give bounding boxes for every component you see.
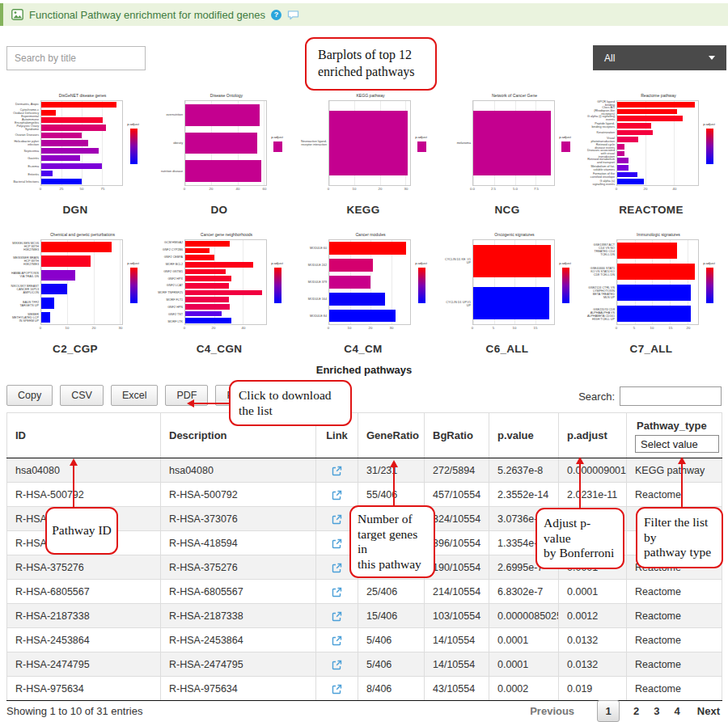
cell-description: R-HSA-373076	[161, 507, 316, 531]
cell-pathway-type: Reactome	[627, 677, 722, 701]
x-tick-label: 20	[91, 326, 95, 329]
help-icon[interactable]: ?	[271, 10, 281, 20]
barplot-c4-cgn[interactable]: Cancer gene neighborhoodsGCM HMGA2GNF2 C…	[150, 232, 288, 355]
plot-panel	[40, 239, 123, 325]
bar	[617, 306, 691, 322]
y-axis-label: Eczema	[11, 165, 39, 168]
table-row: hsa04080hsa0408031/231272/58945.2637e-80…	[7, 458, 722, 483]
y-axis-label: Retinoid metabolism and transport	[586, 158, 615, 164]
bar	[41, 171, 53, 176]
plot-legend: p.adjust	[411, 100, 432, 186]
plot-panel	[328, 100, 411, 186]
cell-link	[316, 458, 358, 483]
table-search-input[interactable]	[620, 386, 722, 406]
plot-x-axis: 02040	[184, 325, 267, 332]
page-button-4[interactable]: 4	[675, 705, 680, 717]
bar	[617, 116, 683, 121]
barplot-dgn[interactable]: DisGeNET disease genesDermatitis, Atopic…	[6, 93, 144, 216]
external-link-icon[interactable]	[332, 514, 342, 525]
external-link-icon[interactable]	[332, 563, 342, 573]
pathway-filter-dropdown[interactable]: All	[593, 45, 726, 70]
plot-panel	[184, 239, 267, 325]
y-axis-label: MODULE 164	[298, 298, 327, 301]
barplot-ncg[interactable]: Network of Cancer Genemelanomap.adjust0.…	[438, 93, 576, 216]
x-tick-label: 15	[534, 326, 538, 329]
copy-button[interactable]: Copy	[6, 385, 53, 406]
external-link-icon[interactable]	[332, 587, 342, 597]
external-link-icon[interactable]	[332, 538, 342, 549]
x-tick-label: 5	[633, 326, 635, 329]
pathway-type-select[interactable]: Select value	[635, 435, 719, 453]
plot-body: Neuroactive ligand-receptor interactionp…	[294, 100, 432, 186]
barplot-do[interactable]: Disease Ontologyovernutritionobesitynutr…	[150, 93, 288, 216]
table-row: R-HSA-500792R-HSA-50079255/406457/105542…	[7, 483, 722, 507]
legend-swatch	[417, 141, 426, 152]
cell-padjust: 0.0132	[559, 628, 627, 652]
bar	[185, 276, 231, 281]
plot-x-axis: 0255075	[40, 186, 123, 193]
bar	[185, 304, 230, 310]
y-axis-label: Polycystic Ovary Syndrome	[11, 125, 39, 131]
y-axis-label: CYCLIN D1 UP.V1 UP	[442, 301, 471, 307]
y-axis-label: Septicemia	[11, 150, 39, 153]
x-tick-label: 10	[352, 187, 356, 190]
page-button-2[interactable]: 2	[633, 705, 639, 717]
cell-padjust: 2.0231e-11	[559, 483, 627, 507]
page-button-1[interactable]: 1	[597, 700, 620, 722]
search-by-title-input[interactable]	[7, 52, 142, 65]
plot-legend: p.adjust	[699, 239, 720, 325]
external-link-icon[interactable]	[332, 660, 342, 670]
bar	[617, 123, 651, 129]
barplot-kegg[interactable]: KEGG pathwayNeuroactive ligand-receptor …	[294, 93, 432, 216]
gene-count-arrow-line	[393, 467, 395, 506]
bar	[617, 130, 653, 136]
external-link-icon[interactable]	[332, 684, 342, 695]
barplot-c7-all[interactable]: Immunologic signaturesGSE13987 ACT CD4 V…	[582, 232, 720, 355]
excel-button[interactable]: Excel	[111, 385, 159, 406]
barplot-c2-cgp[interactable]: Chemical and genetic perturbationsMIKKEL…	[6, 232, 144, 355]
external-link-icon[interactable]	[332, 490, 342, 500]
comment-bubble-icon[interactable]	[287, 10, 299, 20]
x-tick-label: 10	[348, 326, 352, 329]
col-header-bgratio[interactable]: BgRatio	[425, 413, 489, 458]
csv-button[interactable]: CSV	[60, 385, 104, 406]
table-search: Search:	[578, 386, 722, 406]
legend-title: p.adjust	[560, 135, 572, 138]
y-axis-label: nutrition disease	[154, 170, 183, 173]
external-link-icon[interactable]	[332, 611, 342, 622]
x-tick-label: 0	[184, 326, 185, 329]
y-axis-label: BAUS TFF2 TARGETS UP	[11, 301, 39, 307]
external-link-icon[interactable]	[332, 466, 342, 476]
bar	[473, 245, 551, 277]
plot-panel	[328, 239, 411, 325]
plot-caption: KEGG	[294, 204, 432, 216]
y-axis-label: GNF2 TST	[154, 313, 183, 316]
bar	[617, 264, 695, 280]
y-axis-label: HAMAI APOPTOSIS VIA TRAIL DN	[11, 272, 39, 278]
x-tick-label: 0	[616, 326, 617, 329]
col-header-generatio[interactable]: GeneRatio	[358, 413, 425, 458]
x-tick-label: 10	[650, 326, 654, 329]
page-button-3[interactable]: 3	[654, 705, 659, 717]
col-header-padjust[interactable]: p.adjust	[559, 413, 627, 458]
barplot-reactome[interactable]: Reactome pathwayGPCR ligand bindingClass…	[582, 93, 720, 216]
external-link-icon[interactable]	[332, 635, 342, 646]
cell-description: R-HSA-2474795	[161, 652, 316, 677]
cell-link	[316, 604, 358, 628]
gridline	[264, 101, 265, 185]
col-header-pvalue[interactable]: p.value	[489, 413, 559, 458]
plot-x-axis: 0102030	[328, 325, 411, 332]
legend-title: p.adjust	[560, 262, 572, 265]
plot-legend: p.adjust	[555, 100, 576, 186]
plot-caption: DGN	[6, 204, 144, 216]
bar	[617, 243, 677, 259]
previous-page-button[interactable]: Previous	[530, 705, 574, 717]
y-axis-label: GCM HMGA2	[154, 241, 183, 244]
cell-generatio: 5/406	[358, 652, 425, 677]
col-header-id[interactable]: ID	[7, 413, 161, 458]
next-page-button[interactable]: Next	[697, 705, 720, 717]
barplot-c4-cm[interactable]: Cancer modulesMODULE 60MODULE 242MODULE …	[294, 232, 432, 355]
bar	[617, 102, 695, 108]
plot-caption: C4_CGN	[150, 343, 288, 355]
barplot-c6-all[interactable]: Oncogenic signaturesCYCLIN D1 KE .V1 UPC…	[438, 232, 576, 355]
